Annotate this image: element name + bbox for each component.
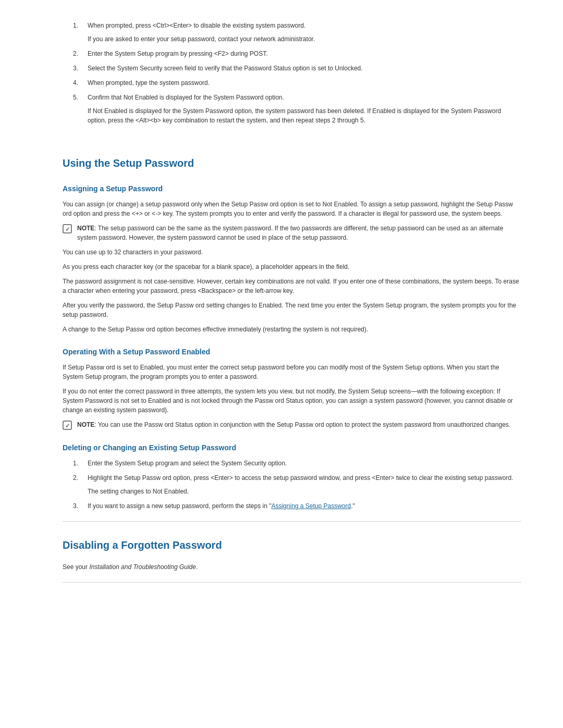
assigning-link[interactable]: Assigning a Setup Password xyxy=(271,502,351,510)
assigning-para-2: You can use up to 32 characters in your … xyxy=(63,248,521,257)
intro-item-3-text: Select the System Security screen field … xyxy=(88,65,363,72)
operating-setup-password-heading: Operating With a Setup Password Enabled xyxy=(63,347,521,357)
guide-title: Installation and Troubleshooting Guide xyxy=(89,563,196,571)
deleting-item-2-subnote: The setting changes to Not Enabled. xyxy=(88,487,521,496)
deleting-list-item-3: If you want to assign a new setup passwo… xyxy=(73,501,521,511)
note-icon-1: ✓ xyxy=(63,224,74,233)
intro-list-item-4: When prompted, type the system password. xyxy=(73,78,521,88)
disabling-forgotten-password-heading: Disabling a Forgotten Password xyxy=(63,537,521,553)
assigning-note: ✓ NOTE: The setup password can be the sa… xyxy=(63,224,521,242)
assigning-para-4: The password assignment is not case-sens… xyxy=(63,277,521,295)
deleting-item-1-text: Enter the System Setup program and selec… xyxy=(88,460,287,467)
deleting-setup-password-heading: Deleting or Changing an Existing Setup P… xyxy=(63,442,521,453)
svg-text:✓: ✓ xyxy=(65,423,70,429)
assigning-note-text: NOTE: The setup password can be the same… xyxy=(77,224,521,242)
assigning-para-3: As you press each character key (or the … xyxy=(63,262,521,272)
intro-list-item-5: Confirm that Not Enabled is displayed fo… xyxy=(73,93,521,125)
using-setup-password-heading: Using the Setup Password xyxy=(63,155,521,171)
intro-item-5-text: Confirm that Not Enabled is displayed fo… xyxy=(88,94,284,101)
assigning-setup-password-heading: Assigning a Setup Password xyxy=(63,183,521,194)
deleting-list-item-1: Enter the System Setup program and selec… xyxy=(73,459,521,468)
intro-list-item-3: Select the System Security screen field … xyxy=(73,64,521,73)
assigning-para-1: You can assign (or change) a setup passw… xyxy=(63,200,521,218)
svg-text:✓: ✓ xyxy=(65,226,70,232)
intro-list-item-1: When prompted, press <Ctrl><Enter> to di… xyxy=(73,21,521,44)
deleting-item-3-text: If you want to assign a new setup passwo… xyxy=(88,502,355,510)
section-divider-1 xyxy=(63,521,521,522)
operating-note: ✓ NOTE: You can use the Passw ord Status… xyxy=(63,420,521,430)
section-divider-2 xyxy=(63,582,521,583)
disabling-para: See your Installation and Troubleshootin… xyxy=(63,562,521,572)
operating-note-text: NOTE: You can use the Passw ord Status o… xyxy=(77,420,510,429)
assigning-para-6: A change to the Setup Passw ord option b… xyxy=(63,325,521,334)
intro-item-1-subnote: If you are asked to enter your setup pas… xyxy=(88,34,521,44)
intro-list-item-2: Enter the System Setup program by pressi… xyxy=(73,49,521,58)
intro-list: When prompted, press <Ctrl><Enter> to di… xyxy=(63,21,521,125)
deleting-list-item-2: Highlight the Setup Passw ord option, pr… xyxy=(73,473,521,496)
assigning-para-5: After you verify the password, the Setup… xyxy=(63,301,521,319)
note-icon-2: ✓ xyxy=(63,421,74,430)
intro-item-1-text: When prompted, press <Ctrl><Enter> to di… xyxy=(88,22,305,29)
intro-item-5-subnote: If Not Enabled is displayed for the Syst… xyxy=(88,106,521,125)
deleting-list: Enter the System Setup program and selec… xyxy=(63,459,521,511)
deleting-item-2-text: Highlight the Setup Passw ord option, pr… xyxy=(88,474,513,482)
intro-item-4-text: When prompted, type the system password. xyxy=(88,79,210,87)
intro-item-2-text: Enter the System Setup program by pressi… xyxy=(88,50,268,57)
operating-para-2: If you do not enter the correct password… xyxy=(63,387,521,415)
operating-para-1: If Setup Passw ord is set to Enabled, yo… xyxy=(63,363,521,381)
